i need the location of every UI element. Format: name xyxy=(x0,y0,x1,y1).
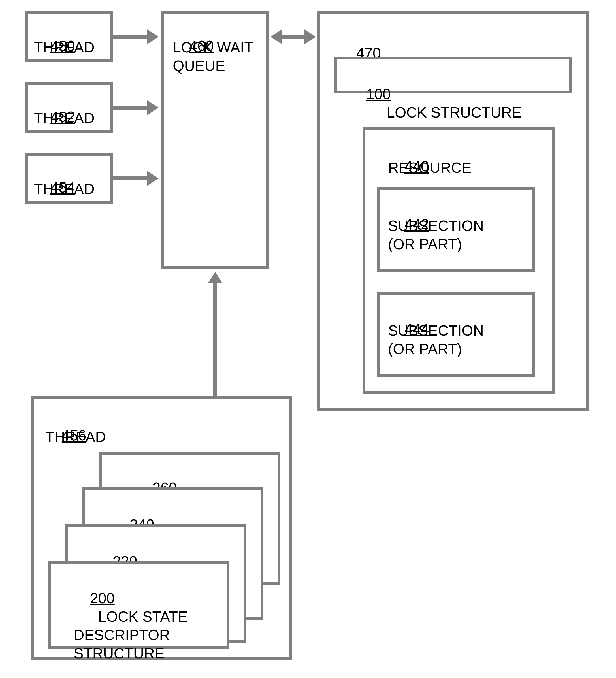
arrow-450-to-queue xyxy=(113,35,150,39)
thread-450-label: THREAD xyxy=(34,38,94,57)
lock-structure-num: 100 xyxy=(366,86,391,102)
arrow-456-to-queue-head xyxy=(208,272,223,283)
arrow-queue-lock-right-head xyxy=(304,30,316,44)
diagram-canvas: 450 THREAD 452 THREAD 454 THREAD 460 LOC… xyxy=(0,0,616,678)
arrow-452-to-queue xyxy=(113,106,150,110)
thread-454-label: THREAD xyxy=(34,180,94,198)
lock-state-200-num: 200 xyxy=(90,590,115,606)
arrow-456-to-queue-line xyxy=(213,283,217,397)
thread-456-label: THREAD xyxy=(45,428,106,446)
arrow-450-head xyxy=(147,30,159,44)
lock-structure-label: LOCK STRUCTURE xyxy=(387,104,522,121)
subsection-444-label: SUBSECTION (OR PART) xyxy=(388,322,484,358)
queue-label: LOCK WAIT QUEUE xyxy=(173,38,253,75)
arrow-queue-lock-line xyxy=(280,35,306,39)
resource-label: RESOURCE xyxy=(388,159,471,177)
thread-452-label: THREAD xyxy=(34,109,94,127)
subsection-442-label: SUBSECTION (OR PART) xyxy=(388,217,484,254)
arrow-452-head xyxy=(147,100,159,115)
arrow-queue-lock-left-head xyxy=(270,30,282,44)
arrow-454-to-queue xyxy=(113,177,150,180)
arrow-454-head xyxy=(147,171,159,186)
